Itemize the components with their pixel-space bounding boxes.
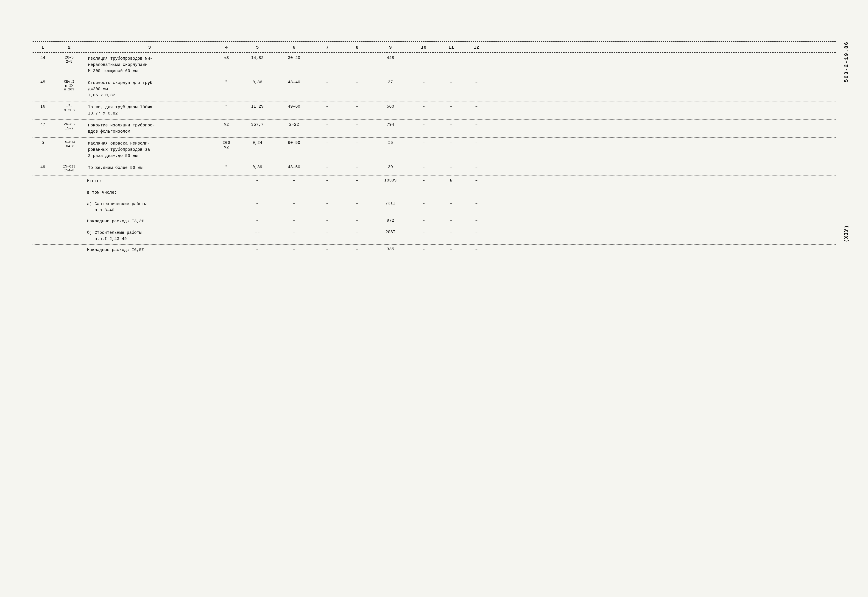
row-col11: – xyxy=(439,140,464,146)
row-desc: Изоляция трубопроводов ми-нераловатными … xyxy=(85,55,214,74)
column-headers: I 2 3 4 5 6 7 8 9 I0 II I2 xyxy=(33,42,835,53)
row-col6: 43–50 xyxy=(276,164,313,170)
row-col7: – xyxy=(313,104,342,109)
table-row: ð I5–6I4 I54–8 Масляная окраска неизоли-… xyxy=(33,138,835,162)
section-b-row: б) Строительные работы п.п.I–2,43–49 –– … xyxy=(33,227,835,245)
header-col3: 3 xyxy=(85,44,214,50)
row-desc: То же, для труб диам.I00ммI3,77 х 0,82 xyxy=(85,104,214,117)
row-col6: 30–20 xyxy=(276,55,313,61)
row-col10: – xyxy=(409,122,439,127)
row-ref: СЦч.I р.IУ п.209 xyxy=(53,79,85,92)
header-col7: 7 xyxy=(313,44,342,50)
row-ref: 26–86 I5–7 xyxy=(53,122,85,131)
row-col9: 37 xyxy=(372,79,409,85)
row-ref: I5–6I4 I54–8 xyxy=(53,140,85,149)
header-col9: 9 xyxy=(372,44,409,50)
row-col5: 357,7 xyxy=(239,122,276,127)
row-unit: " xyxy=(214,104,239,109)
row-col6: 43–40 xyxy=(276,79,313,85)
empty-cell xyxy=(33,178,53,178)
nakladnye2-label: Накладные расходы I6,5% xyxy=(85,247,214,254)
row-col8: – xyxy=(342,104,372,109)
nakladnye2-row: Накладные расходы I6,5% – – – – 335 – – … xyxy=(33,245,835,256)
row-col5: II,29 xyxy=(239,104,276,109)
summary-itogo: Итого: – – – – I0399 – ь – xyxy=(33,176,835,187)
row-ref: I5–6I3 I54–8 xyxy=(53,164,85,173)
section-a-row: а) Сантехнические работы п.п.3–40 – – – … xyxy=(33,199,835,216)
row-col11: – xyxy=(439,79,464,85)
row-col10: – xyxy=(409,140,439,146)
row-col12: – xyxy=(464,164,489,170)
row-col8: – xyxy=(342,140,372,146)
row-unit: " xyxy=(214,164,239,170)
header-col4: 4 xyxy=(214,44,239,50)
vtomchisle-row: в том числе: xyxy=(33,187,835,199)
header-col11: II xyxy=(439,44,464,50)
row-col12: – xyxy=(464,104,489,109)
header-col2: 2 xyxy=(53,44,85,50)
row-desc: Покрытие изоляции трубопро-вдов фольгоиз… xyxy=(85,122,214,135)
row-col11: – xyxy=(439,55,464,61)
row-num: 44 xyxy=(33,55,53,61)
doc-id-top: 503-2-19.86 xyxy=(844,41,849,82)
row-ref: 26–5 2–5 xyxy=(53,55,85,64)
row-col5: 0,89 xyxy=(239,164,276,170)
table-row: 45 СЦч.I р.IУ п.209 Стоимость скорлуп дл… xyxy=(33,77,835,101)
row-col7: – xyxy=(313,79,342,85)
row-desc: Масляная окраска неизоли-рованных трубоп… xyxy=(85,140,214,159)
row-col12: – xyxy=(464,55,489,61)
header-col8: 8 xyxy=(342,44,372,50)
row-col6: 2–22 xyxy=(276,122,313,127)
section-b-label: б) Строительные работы п.п.I–2,43–49 xyxy=(85,229,214,242)
itogo-col10: – xyxy=(409,178,439,183)
itogo-col11: ь xyxy=(439,178,464,183)
page-container: 503-2-19.86 (ХIУ) I 2 3 4 5 6 7 8 9 I0 I… xyxy=(33,41,835,256)
row-col11: – xyxy=(439,164,464,170)
row-col9: 794 xyxy=(372,122,409,127)
row-num: ð xyxy=(33,140,53,146)
row-num: 49 xyxy=(33,164,53,170)
row-col12: – xyxy=(464,79,489,85)
header-col5: 5 xyxy=(239,44,276,50)
row-col7: – xyxy=(313,55,342,61)
header-col12: I2 xyxy=(464,44,489,50)
itogo-col7: – xyxy=(313,178,342,183)
table-row: 49 I5–6I3 I54–8 То же,диам.более 50 мм "… xyxy=(33,162,835,176)
empty-cell xyxy=(214,178,239,178)
row-num: I6 xyxy=(33,104,53,109)
row-col10: – xyxy=(409,104,439,109)
row-num: 45 xyxy=(33,79,53,85)
row-col5: 0,24 xyxy=(239,140,276,146)
row-col9: 560 xyxy=(372,104,409,109)
row-col10: – xyxy=(409,55,439,61)
row-desc: То же,диам.более 50 мм xyxy=(85,164,214,171)
nakladnye2-col9: 335 xyxy=(372,247,409,252)
table-row: I6 –"– п.208 То же, для труб диам.I00ммI… xyxy=(33,101,835,120)
row-col10: – xyxy=(409,79,439,85)
row-col8: – xyxy=(342,55,372,61)
nakladnye1-row: Накладные расходы I3,3% – – – – 972 – – … xyxy=(33,216,835,227)
itogo-col5: – xyxy=(239,178,276,183)
row-col10: – xyxy=(409,164,439,170)
empty-cell xyxy=(53,178,85,178)
doc-id-bottom: (ХIУ) xyxy=(844,225,849,242)
row-col11: – xyxy=(439,122,464,127)
row-col9: 39 xyxy=(372,164,409,170)
row-col6: 60–50 xyxy=(276,140,313,146)
itogo-col12: – xyxy=(464,178,489,183)
row-unit: I00 м2 xyxy=(214,140,239,150)
row-col8: – xyxy=(342,122,372,127)
row-col8: – xyxy=(342,79,372,85)
row-desc: Стоимость скорлуп для трубд=200 ммI,05 х… xyxy=(85,79,214,99)
nakladnye1-col9: 972 xyxy=(372,218,409,223)
row-col7: – xyxy=(313,164,342,170)
itogo-label: Итого: xyxy=(85,178,214,185)
header-col6: 6 xyxy=(276,44,313,50)
itogo-col9: I0399 xyxy=(372,178,409,183)
row-col9: I5 xyxy=(372,140,409,146)
row-col6: 49–60 xyxy=(276,104,313,109)
row-unit: м2 xyxy=(214,122,239,127)
row-col12: – xyxy=(464,122,489,127)
row-unit: " xyxy=(214,79,239,85)
row-col5: I4,82 xyxy=(239,55,276,61)
